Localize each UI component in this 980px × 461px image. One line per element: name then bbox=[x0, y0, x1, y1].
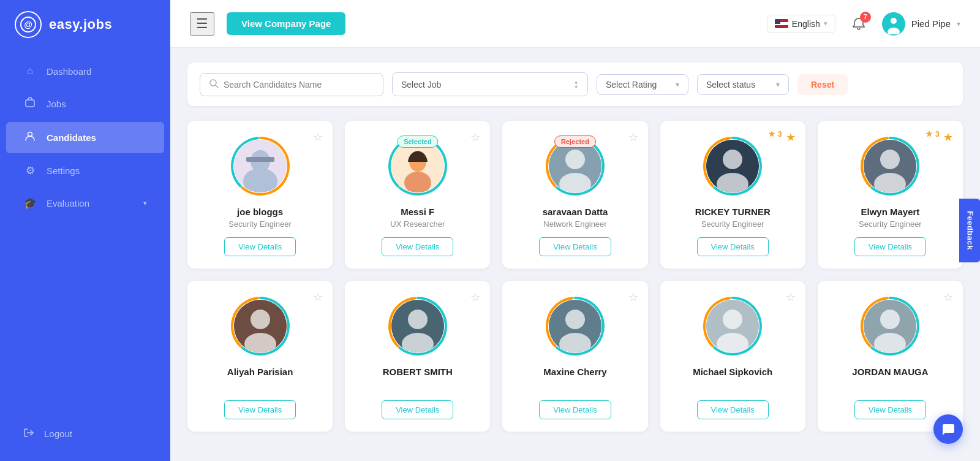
notifications-button[interactable]: 7 bbox=[848, 13, 870, 35]
view-details-button[interactable]: View Details bbox=[224, 237, 296, 256]
candidate-card: ☆ Selected Messi F UX Researcher View De… bbox=[345, 121, 490, 269]
candidate-name: saravaan Datta bbox=[543, 207, 608, 217]
sidebar-item-candidates[interactable]: Candidates bbox=[6, 122, 164, 153]
candidate-card: ☆ Rejected saravaan Datta Network Engine… bbox=[502, 121, 647, 269]
avatar-wrap bbox=[859, 135, 921, 197]
candidate-job: Security Engineer bbox=[859, 219, 922, 229]
select-status-dropdown[interactable]: Select status bbox=[697, 74, 789, 95]
search-icon bbox=[209, 78, 219, 91]
svg-rect-2 bbox=[26, 100, 34, 107]
view-details-button[interactable]: View Details bbox=[539, 237, 611, 256]
reset-button[interactable]: Reset bbox=[797, 74, 848, 95]
candidate-job: Security Engineer bbox=[701, 219, 764, 229]
star-icon[interactable]: ☆ bbox=[628, 131, 638, 144]
avatar-wrap bbox=[859, 295, 921, 357]
lang-chevron-icon: ▾ bbox=[824, 20, 827, 28]
user-menu[interactable]: Pied Pipe ▾ bbox=[882, 12, 960, 36]
candidate-job: UX Researcher bbox=[390, 219, 445, 229]
candidate-name: ROBERT SMITH bbox=[383, 367, 453, 377]
content-area: Select Job ↕ Select Rating Select status… bbox=[170, 48, 980, 461]
evaluation-icon: 🎓 bbox=[23, 197, 37, 210]
rating-chevron-icon bbox=[676, 80, 679, 89]
star-icon[interactable]: ★ bbox=[943, 131, 953, 144]
sidebar-item-label: Candidates bbox=[47, 132, 147, 143]
language-selector[interactable]: English ▾ bbox=[767, 15, 835, 33]
candidate-card: ★ 3★ RICKEY TURNER Security Engineer Vie… bbox=[660, 121, 805, 269]
search-wrapper bbox=[200, 73, 383, 96]
select-rating-dropdown[interactable]: Select Rating bbox=[597, 74, 688, 95]
main-area: ☰ View Company Page English ▾ 7 Pied Pip… bbox=[170, 0, 980, 461]
view-details-button[interactable]: View Details bbox=[382, 237, 453, 256]
star-icon[interactable]: ☆ bbox=[470, 291, 480, 304]
sidebar-logout[interactable]: Logout bbox=[6, 419, 164, 449]
header: ☰ View Company Page English ▾ 7 Pied Pip… bbox=[170, 0, 980, 48]
rating-badge: ★ 3 bbox=[768, 129, 782, 139]
star-icon[interactable]: ☆ bbox=[313, 131, 323, 144]
candidate-name: Aliyah Parisian bbox=[227, 367, 293, 377]
star-icon[interactable]: ☆ bbox=[786, 291, 796, 304]
candidates-grid-row1: ☆ joe bloggs Security Engineer View Deta… bbox=[187, 121, 963, 269]
avatar-wrap bbox=[387, 295, 448, 357]
feedback-tab[interactable]: Feedback bbox=[960, 199, 980, 262]
select-status-label: Select status bbox=[706, 80, 755, 90]
search-input[interactable] bbox=[224, 80, 374, 90]
sidebar-item-jobs[interactable]: Jobs bbox=[6, 88, 164, 120]
sidebar-item-settings[interactable]: ⚙ Settings bbox=[6, 156, 164, 186]
svg-point-35 bbox=[723, 310, 742, 329]
sidebar-item-label: Dashboard bbox=[47, 66, 147, 77]
candidate-name: Elwyn Mayert bbox=[861, 207, 919, 217]
view-details-button[interactable]: View Details bbox=[697, 400, 769, 419]
rating-badge: ★ 3 bbox=[925, 129, 940, 139]
logo-icon: @ bbox=[15, 11, 42, 38]
user-chevron-icon: ▾ bbox=[957, 20, 960, 28]
view-details-button[interactable]: View Details bbox=[854, 400, 926, 419]
flag-icon bbox=[775, 19, 788, 28]
candidates-grid-row2: ☆ Aliyah Parisian View Details ☆ bbox=[187, 281, 963, 432]
status-badge: Selected bbox=[397, 135, 438, 148]
star-icon[interactable]: ★ bbox=[786, 131, 796, 144]
svg-point-32 bbox=[565, 310, 585, 329]
sidebar-nav: ⌂ Dashboard Jobs Candidates ⚙ Settings 🎓… bbox=[0, 49, 170, 417]
filter-row: Select Job ↕ Select Rating Select status… bbox=[187, 63, 963, 106]
candidate-card: ☆ Aliyah Parisian View Details bbox=[187, 281, 333, 432]
sidebar-item-label: Jobs bbox=[47, 99, 147, 109]
home-icon: ⌂ bbox=[23, 65, 37, 77]
settings-icon: ⚙ bbox=[23, 164, 37, 177]
view-details-button[interactable]: View Details bbox=[539, 400, 611, 419]
star-icon[interactable]: ☆ bbox=[943, 291, 953, 304]
svg-point-23 bbox=[880, 150, 900, 169]
svg-point-38 bbox=[880, 310, 900, 329]
notification-badge: 7 bbox=[860, 12, 871, 23]
view-details-button[interactable]: View Details bbox=[224, 400, 296, 419]
candidates-icon bbox=[23, 131, 37, 145]
chat-button[interactable] bbox=[933, 414, 963, 444]
sidebar: @ easy.jobs ⌂ Dashboard Jobs Candidates … bbox=[0, 0, 170, 461]
star-icon[interactable]: ☆ bbox=[628, 291, 638, 304]
svg-point-17 bbox=[565, 150, 585, 169]
view-details-button[interactable]: View Details bbox=[382, 400, 453, 419]
jobs-icon bbox=[23, 97, 37, 111]
star-icon[interactable]: ☆ bbox=[313, 291, 323, 304]
language-label: English bbox=[792, 19, 820, 29]
candidate-job: Security Engineer bbox=[228, 219, 292, 229]
sidebar-item-dashboard[interactable]: ⌂ Dashboard bbox=[6, 56, 164, 86]
candidate-card: ☆ joe bloggs Security Engineer View Deta… bbox=[187, 121, 333, 269]
view-details-button[interactable]: View Details bbox=[854, 237, 926, 256]
menu-button[interactable]: ☰ bbox=[190, 12, 214, 36]
view-details-button[interactable]: View Details bbox=[697, 237, 769, 256]
sidebar-item-evaluation[interactable]: 🎓 Evaluation ▾ bbox=[6, 188, 164, 218]
view-company-button[interactable]: View Company Page bbox=[227, 12, 345, 35]
avatar-wrap: Selected bbox=[387, 135, 448, 197]
svg-text:@: @ bbox=[24, 20, 32, 29]
svg-point-20 bbox=[723, 150, 742, 169]
candidate-card: ☆ Maxine Cherry View Details bbox=[502, 281, 647, 432]
candidate-card: ☆ JORDAN MAUGA View Details bbox=[818, 281, 963, 432]
avatar-wrap bbox=[230, 135, 291, 197]
sidebar-item-label: Settings bbox=[47, 166, 147, 176]
avatar-wrap: Rejected bbox=[545, 135, 606, 197]
select-job-label: Select Job bbox=[401, 80, 441, 90]
star-icon[interactable]: ☆ bbox=[470, 131, 480, 144]
status-badge: Rejected bbox=[554, 135, 596, 148]
select-job-icon: ↕ bbox=[573, 78, 579, 91]
select-job-dropdown[interactable]: Select Job ↕ bbox=[392, 72, 588, 96]
